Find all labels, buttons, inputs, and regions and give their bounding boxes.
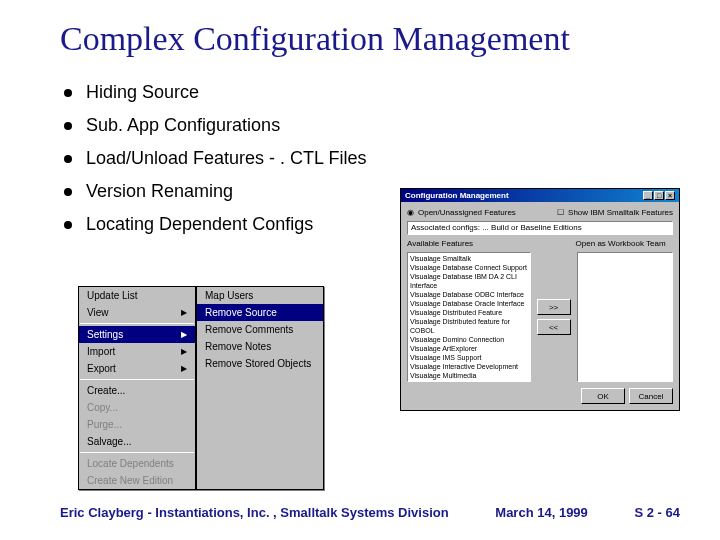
remove-button[interactable]: << [537, 319, 571, 335]
bullet-text: Locating Dependent Configs [86, 214, 313, 235]
menu-item-remove-stored-objects[interactable]: Remove Stored Objects [197, 355, 323, 372]
available-listbox[interactable]: Visualage Smalltalk Visualage Database C… [407, 252, 531, 382]
selected-listbox[interactable] [577, 252, 673, 382]
menu-separator [80, 323, 194, 324]
bullet-text: Sub. App Configurations [86, 115, 280, 136]
close-icon[interactable]: × [665, 191, 675, 200]
ok-button[interactable]: OK [581, 388, 625, 404]
list-item: Sub. App Configurations [64, 115, 680, 136]
checkbox-icon[interactable]: ☐ [557, 208, 564, 217]
selected-label: Open as Workbook Team [576, 239, 673, 248]
menu-item-purge[interactable]: Purge... [79, 416, 195, 433]
menu-item-locate-dependents[interactable]: Locate Dependents [79, 455, 195, 472]
bullet-icon [64, 188, 72, 196]
config-field[interactable]: Associated configs: ... Build or Baselin… [407, 221, 673, 235]
list-item: Hiding Source [64, 82, 680, 103]
menu-item-remove-source[interactable]: Remove Source [197, 304, 323, 321]
bullet-icon [64, 89, 72, 97]
menu-separator [80, 452, 194, 453]
context-menu-screenshot: Update List View▶ Settings▶ Import▶ Expo… [78, 286, 324, 490]
menu-item-remove-notes[interactable]: Remove Notes [197, 338, 323, 355]
slide-footer: Eric Clayberg - Instantiations, Inc. , S… [60, 505, 680, 520]
bullet-text: Version Renaming [86, 181, 233, 202]
submenu-arrow-icon: ▶ [181, 364, 187, 373]
menu-item-settings[interactable]: Settings▶ [79, 326, 195, 343]
minimize-icon[interactable]: _ [643, 191, 653, 200]
bullet-icon [64, 122, 72, 130]
menu-column-right: Map Users Remove Source Remove Comments … [196, 286, 324, 490]
available-label: Available Features [407, 239, 534, 248]
submenu-arrow-icon: ▶ [181, 308, 187, 317]
menu-item-export[interactable]: Export▶ [79, 360, 195, 377]
footer-date: March 14, 1999 [495, 505, 588, 520]
radio-icon[interactable]: ◉ [407, 208, 414, 217]
submenu-arrow-icon: ▶ [181, 347, 187, 356]
bullet-icon [64, 155, 72, 163]
cancel-button[interactable]: Cancel [629, 388, 673, 404]
menu-item-map-users[interactable]: Map Users [197, 287, 323, 304]
bullet-icon [64, 221, 72, 229]
bullet-text: Load/Unload Features - . CTL Files [86, 148, 366, 169]
menu-item-view[interactable]: View▶ [79, 304, 195, 321]
dialog-body: ◉ Open/Unassigned Features ☐ Show IBM Sm… [401, 202, 679, 410]
menu-separator [80, 379, 194, 380]
slide-title: Complex Configuration Management [60, 20, 680, 58]
dialog-title-text: Configuration Management [405, 191, 509, 200]
add-button[interactable]: >> [537, 299, 571, 315]
dialog-screenshot: Configuration Management _ □ × ◉ Open/Un… [400, 188, 680, 411]
menu-item-salvage[interactable]: Salvage... [79, 433, 195, 450]
menu-item-copy[interactable]: Copy... [79, 399, 195, 416]
dialog-titlebar: Configuration Management _ □ × [401, 189, 679, 202]
list-item: Load/Unload Features - . CTL Files [64, 148, 680, 169]
maximize-icon[interactable]: □ [654, 191, 664, 200]
menu-item-create[interactable]: Create... [79, 382, 195, 399]
radio-label: Open/Unassigned Features [418, 208, 516, 217]
footer-page: S 2 - 64 [634, 505, 680, 520]
bullet-text: Hiding Source [86, 82, 199, 103]
menu-item-import[interactable]: Import▶ [79, 343, 195, 360]
submenu-arrow-icon: ▶ [181, 330, 187, 339]
menu-item-create-new-edition[interactable]: Create New Edition [79, 472, 195, 489]
menu-item-remove-comments[interactable]: Remove Comments [197, 321, 323, 338]
menu-column-left: Update List View▶ Settings▶ Import▶ Expo… [78, 286, 196, 490]
checkbox-label: Show IBM Smalltalk Features [568, 208, 673, 217]
menu-item-update-list[interactable]: Update List [79, 287, 195, 304]
footer-author: Eric Clayberg - Instantiations, Inc. , S… [60, 505, 449, 520]
